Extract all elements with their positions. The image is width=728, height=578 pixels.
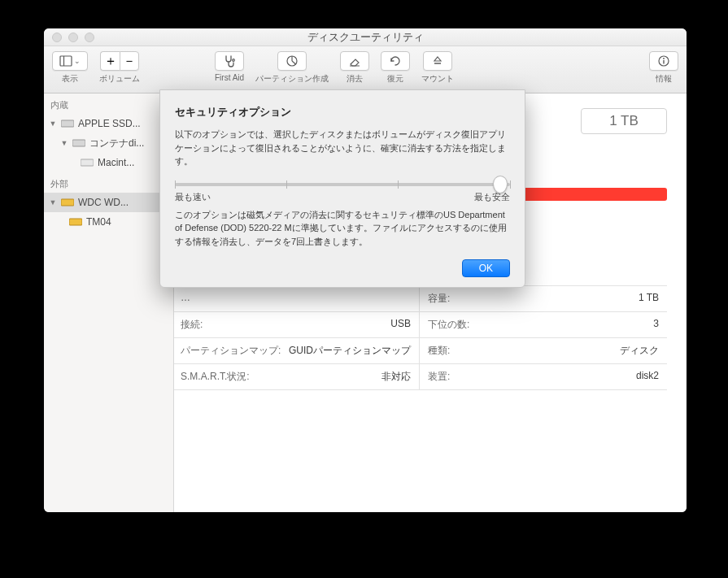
view-label: 表示 xyxy=(62,73,78,85)
restore-button[interactable] xyxy=(381,51,410,71)
slider-label-secure: 最も安全 xyxy=(474,191,510,203)
table-row: 種類:ディスク xyxy=(420,337,667,363)
svg-rect-10 xyxy=(72,140,85,146)
partition-button[interactable] xyxy=(277,51,307,71)
table-row: 接続:USB xyxy=(174,311,420,337)
mount-label: マウント xyxy=(421,73,454,85)
view-button[interactable]: ⌄ xyxy=(52,51,88,71)
sidebar-item-apple-ssd[interactable]: ▼ APPLE SSD... xyxy=(44,114,173,133)
toolbar-view: ⌄ 表示 xyxy=(52,51,88,85)
sheet-title: セキュリティオプション xyxy=(175,105,510,120)
info-val: 非対応 xyxy=(381,370,411,384)
slider-track xyxy=(175,183,510,186)
mount-icon xyxy=(431,54,444,67)
volume-remove-button[interactable]: － xyxy=(120,51,139,71)
erase-button[interactable] xyxy=(340,51,369,71)
partition-label: パーティション作成 xyxy=(255,73,329,85)
table-row: 装置:disk2 xyxy=(420,363,667,389)
info-key: 容量: xyxy=(428,292,450,306)
ok-button[interactable]: OK xyxy=(462,259,510,277)
info-label: 情報 xyxy=(656,73,672,85)
stethoscope-icon xyxy=(223,54,236,67)
info-button[interactable] xyxy=(649,51,678,71)
mount-button[interactable] xyxy=(423,51,452,71)
toolbar-info: 情報 xyxy=(649,51,678,85)
sidebar-section-internal: 内蔵 xyxy=(44,97,173,114)
security-slider[interactable]: 最も速い 最も安全 xyxy=(175,183,510,203)
disclosure-icon[interactable]: ▼ xyxy=(49,198,57,206)
sidebar-item-label: WDC WD... xyxy=(78,197,156,208)
firstaid-label: First Aid xyxy=(215,73,244,82)
svg-rect-12 xyxy=(61,199,74,206)
toolbar: ⌄ 表示 ＋ － ボリューム First Aid パーティション作成 xyxy=(44,46,687,93)
info-icon xyxy=(657,54,670,67)
table-row: 容量:1 TB xyxy=(420,285,667,311)
toolbar-partition: パーティション作成 xyxy=(255,51,329,85)
info-key: S.M.A.R.T.状況: xyxy=(181,370,250,384)
svg-rect-11 xyxy=(81,159,94,166)
sidebar-item-wdc[interactable]: ▼ WDC WD... ⏏ xyxy=(44,193,173,212)
sidebar-item-label: コンテナdi... xyxy=(89,137,168,150)
info-key: 下位の数: xyxy=(428,318,469,332)
sheet-description: 以下のオプションでは、選択したディスクまたはボリュームがディスク復旧アプリケーシ… xyxy=(175,128,510,168)
sheet-detail: このオプションは磁気メディアの消去に関するセキュリティ標準のUS Departm… xyxy=(175,208,510,249)
svg-point-2 xyxy=(233,59,235,62)
titlebar: ディスクユーティリティ xyxy=(44,28,687,46)
disclosure-icon[interactable]: ▼ xyxy=(60,139,68,147)
toolbar-erase: 消去 xyxy=(340,51,369,85)
table-row: … xyxy=(174,285,420,311)
toolbar-firstaid: First Aid xyxy=(215,51,244,82)
hdd-icon xyxy=(60,118,75,129)
disk-info-table: … 容量:1 TB 接続:USB 下位の数:3 パーティションマップ:GUIDパ… xyxy=(174,285,667,390)
table-row: 下位の数:3 xyxy=(420,311,667,337)
table-row: S.M.A.R.T.状況:非対応 xyxy=(174,363,420,389)
info-key: 装置: xyxy=(428,370,450,384)
sidebar-section-external: 外部 xyxy=(44,176,173,193)
volume-label: ボリューム xyxy=(99,73,140,85)
external-hdd-icon xyxy=(60,197,75,208)
info-val: USB xyxy=(390,318,411,332)
svg-rect-13 xyxy=(69,219,82,225)
svg-rect-9 xyxy=(61,120,74,127)
sidebar-item-macintosh[interactable]: Macint... xyxy=(44,153,173,172)
info-val: 3 xyxy=(653,318,659,332)
toolbar-mount: マウント xyxy=(421,51,454,85)
erase-label: 消去 xyxy=(347,73,363,85)
minus-icon: － xyxy=(123,53,136,70)
info-val: ディスク xyxy=(620,344,659,358)
sidebar-item-container[interactable]: ▼ コンテナdi... xyxy=(44,133,173,153)
svg-point-7 xyxy=(663,58,665,59)
toolbar-volume: ＋ － ボリューム xyxy=(99,51,140,85)
disclosure-icon[interactable]: ▼ xyxy=(49,120,57,128)
capacity-badge: 1 TB xyxy=(581,108,667,134)
window-title: ディスクユーティリティ xyxy=(44,30,687,45)
sidebar: 内蔵 ▼ APPLE SSD... ▼ コンテナdi... Macint... xyxy=(44,93,174,512)
sidebar-item-label: Macint... xyxy=(98,157,168,168)
info-val: disk2 xyxy=(636,370,659,384)
restore-icon xyxy=(389,54,402,67)
pie-icon xyxy=(286,54,299,67)
slider-knob[interactable] xyxy=(493,176,508,193)
firstaid-button[interactable] xyxy=(215,51,244,71)
sidebar-item-tm04[interactable]: TM04 ⏏ xyxy=(44,212,173,232)
hdd-icon xyxy=(72,137,86,149)
hdd-icon xyxy=(80,157,94,168)
sidebar-item-label: TM04 xyxy=(86,216,156,228)
chevron-down-icon: ⌄ xyxy=(74,57,81,65)
plus-icon: ＋ xyxy=(104,53,117,70)
slider-label-fast: 最も速い xyxy=(175,191,211,203)
external-hdd-icon xyxy=(68,216,83,228)
toolbar-restore: 復元 xyxy=(381,51,410,85)
info-key: … xyxy=(181,292,190,306)
info-key: 接続: xyxy=(181,318,203,332)
info-val: GUIDパーティションマップ xyxy=(289,344,411,358)
sidebar-item-label: APPLE SSD... xyxy=(78,118,168,129)
table-row: パーティションマップ:GUIDパーティションマップ xyxy=(174,337,420,363)
security-options-sheet: セキュリティオプション 以下のオプションでは、選択したディスクまたはボリュームが… xyxy=(159,89,525,288)
volume-add-button[interactable]: ＋ xyxy=(100,51,120,71)
info-key: パーティションマップ: xyxy=(181,344,281,358)
svg-rect-0 xyxy=(60,56,72,66)
restore-label: 復元 xyxy=(387,73,403,85)
info-val: 1 TB xyxy=(639,292,659,306)
sidebar-icon xyxy=(59,54,72,67)
